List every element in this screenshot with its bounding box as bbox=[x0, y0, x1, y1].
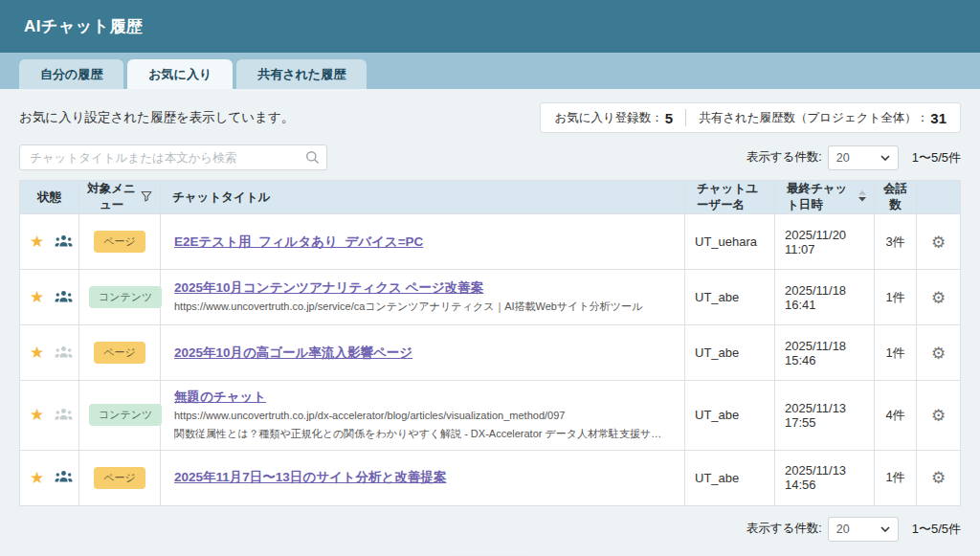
chat-title-link[interactable]: 2025年10月の高ゴール率流入影響ページ bbox=[174, 345, 412, 362]
column-user: チャットユーザー名 bbox=[685, 181, 775, 214]
shared-count-stat: 共有された履歴数（プロジェクト全体）： 31 bbox=[699, 110, 947, 126]
search-input[interactable] bbox=[19, 145, 327, 170]
chevron-down-icon bbox=[880, 526, 890, 532]
favorite-star-icon[interactable]: ★ bbox=[30, 469, 44, 487]
datetime-cell: 2025/11/18 15:46 bbox=[775, 325, 875, 381]
shared-count-value: 31 bbox=[930, 110, 947, 126]
datetime-cell: 2025/11/18 16:41 bbox=[775, 270, 875, 325]
menu-cell: ページ bbox=[79, 450, 161, 505]
range-text: 1〜5/5件 bbox=[912, 149, 961, 167]
column-datetime: 最終チャット日時 bbox=[775, 181, 875, 214]
favorite-star-icon[interactable]: ★ bbox=[30, 344, 44, 362]
tab-my-history[interactable]: 自分の履歴 bbox=[19, 59, 123, 89]
favorite-star-icon[interactable]: ★ bbox=[30, 233, 44, 251]
user-cell: UT_abe bbox=[685, 450, 775, 505]
page-title: AIチャット履歴 bbox=[24, 15, 144, 37]
menu-cell: ページ bbox=[79, 325, 161, 381]
settings-gear-icon[interactable]: ⚙︎ bbox=[931, 344, 946, 363]
stats-divider bbox=[685, 109, 686, 126]
actions-cell: ⚙︎ bbox=[917, 214, 961, 270]
per-page-select[interactable]: 20 bbox=[828, 517, 899, 542]
per-page-label: 表示する件数: bbox=[746, 149, 822, 166]
status-cell: ★ bbox=[20, 450, 79, 505]
chat-title-link[interactable]: 2025年11月7日〜13日のサイト分析と改善提案 bbox=[174, 469, 446, 486]
count-cell: 1件 bbox=[875, 270, 917, 325]
favorite-star-icon[interactable]: ★ bbox=[30, 406, 44, 424]
menu-cell: コンテンツ bbox=[79, 381, 161, 451]
actions-cell: ⚙︎ bbox=[917, 450, 961, 505]
list-controls-bottom: 表示する件数: 20 1〜5/5件 bbox=[746, 517, 961, 542]
settings-gear-icon[interactable]: ⚙︎ bbox=[931, 233, 946, 252]
table-row: ★ ページ 2025年10月の高ゴール率流入影響ページ UT_abe 2025/… bbox=[20, 325, 961, 381]
title-cell: 無題のチャット https://www.uncovertruth.co.jp/d… bbox=[161, 381, 685, 451]
filter-icon[interactable] bbox=[141, 190, 152, 205]
tab-favorites[interactable]: お気に入り bbox=[127, 59, 233, 89]
status-cell: ★ bbox=[20, 270, 79, 325]
menu-badge: コンテンツ bbox=[89, 286, 162, 308]
chat-history-table: 状態 対象メニュー チャットタイトル チャットユーザー名 最終チャ bbox=[19, 180, 961, 506]
column-count: 会話数 bbox=[875, 181, 917, 214]
shared-users-icon bbox=[55, 408, 73, 423]
menu-cell: ページ bbox=[79, 214, 161, 270]
user-cell: UT_abe bbox=[685, 381, 775, 451]
search-box bbox=[19, 145, 327, 170]
settings-gear-icon[interactable]: ⚙︎ bbox=[931, 468, 946, 487]
stats-box: お気に入り登録数： 5 共有された履歴数（プロジェクト全体）： 31 bbox=[540, 102, 961, 133]
shared-users-icon bbox=[55, 290, 73, 305]
actions-cell: ⚙︎ bbox=[917, 270, 961, 325]
datetime-cell: 2025/11/20 11:07 bbox=[775, 214, 875, 270]
settings-gear-icon[interactable]: ⚙︎ bbox=[931, 288, 946, 307]
menu-badge: ページ bbox=[94, 231, 145, 253]
range-text: 1〜5/5件 bbox=[912, 521, 961, 538]
shared-users-icon bbox=[55, 345, 73, 361]
sort-desc-icon[interactable] bbox=[858, 190, 866, 205]
count-cell: 1件 bbox=[875, 325, 917, 381]
chat-title-link[interactable]: 2025年10月コンテンツアナリティクス ページ改善案 bbox=[174, 279, 483, 297]
favorites-count-value: 5 bbox=[665, 110, 673, 126]
status-cell: ★ bbox=[20, 381, 79, 451]
title-cell: 2025年10月の高ゴール率流入影響ページ bbox=[161, 325, 685, 381]
per-page-select[interactable]: 20 bbox=[828, 145, 899, 170]
favorite-star-icon[interactable]: ★ bbox=[30, 288, 44, 306]
actions-cell: ⚙︎ bbox=[917, 381, 961, 451]
title-cell: 2025年10月コンテンツアナリティクス ページ改善案 https://www.… bbox=[161, 270, 685, 325]
chat-source-url: https://www.uncovertruth.co.jp/service/c… bbox=[174, 300, 671, 315]
count-cell: 4件 bbox=[875, 381, 917, 451]
favorites-description: お気に入り設定された履歴を表示しています。 bbox=[19, 109, 294, 126]
app-header: AIチャット履歴 bbox=[0, 0, 980, 53]
chevron-down-icon bbox=[880, 155, 890, 161]
user-cell: UT_abe bbox=[685, 325, 775, 381]
shared-count-label: 共有された履歴数（プロジェクト全体）： bbox=[699, 110, 928, 126]
chat-title-link[interactable]: E2Eテスト用_フィルタあり_デバイス=PC bbox=[174, 234, 423, 251]
table-row: ★ ページ E2Eテスト用_フィルタあり_デバイス=PC UT_uehara 2… bbox=[20, 214, 961, 270]
list-controls-top: 表示する件数: 20 1〜5/5件 bbox=[746, 145, 961, 170]
datetime-cell: 2025/11/13 17:55 bbox=[775, 381, 875, 451]
column-status: 状態 bbox=[20, 181, 79, 214]
shared-users-icon bbox=[55, 470, 73, 485]
count-cell: 3件 bbox=[875, 214, 917, 270]
table-row: ★ ページ 2025年11月7日〜13日のサイト分析と改善提案 UT_abe 2… bbox=[20, 450, 961, 505]
menu-badge: コンテンツ bbox=[89, 404, 162, 426]
column-menu: 対象メニュー bbox=[79, 181, 161, 214]
user-cell: UT_abe bbox=[685, 270, 775, 325]
actions-cell: ⚙︎ bbox=[917, 325, 961, 381]
favorites-count-label: お気に入り登録数： bbox=[554, 110, 662, 126]
table-row: ★ コンテンツ 2025年10月コンテンツアナリティクス ページ改善案 http… bbox=[20, 270, 961, 325]
table-header-row: 状態 対象メニュー チャットタイトル チャットユーザー名 最終チャ bbox=[20, 181, 961, 214]
main-content: お気に入り設定された履歴を表示しています。 お気に入り登録数： 5 共有された履… bbox=[0, 89, 980, 556]
column-title: チャットタイトル bbox=[161, 181, 685, 214]
shared-users-icon bbox=[55, 234, 73, 250]
chat-source-url: https://www.uncovertruth.co.jp/dx-accele… bbox=[174, 409, 671, 424]
chat-title-link[interactable]: 無題のチャット bbox=[174, 389, 266, 406]
menu-badge: ページ bbox=[94, 467, 145, 489]
settings-gear-icon[interactable]: ⚙︎ bbox=[931, 406, 946, 425]
favorites-count-stat: お気に入り登録数： 5 bbox=[554, 110, 673, 126]
tab-shared-history[interactable]: 共有された履歴 bbox=[236, 59, 367, 89]
per-page-label: 表示する件数: bbox=[746, 521, 822, 537]
chat-source-title: 関数従属性とは？種類や正規化との関係をわかりやすく解説 - DX-Acceler… bbox=[174, 427, 671, 442]
table-row: ★ コンテンツ 無題のチャット https://www.uncovertruth… bbox=[20, 381, 961, 451]
status-cell: ★ bbox=[20, 325, 79, 381]
menu-badge: ページ bbox=[94, 342, 145, 364]
column-actions bbox=[917, 181, 961, 214]
search-icon[interactable] bbox=[305, 150, 320, 168]
